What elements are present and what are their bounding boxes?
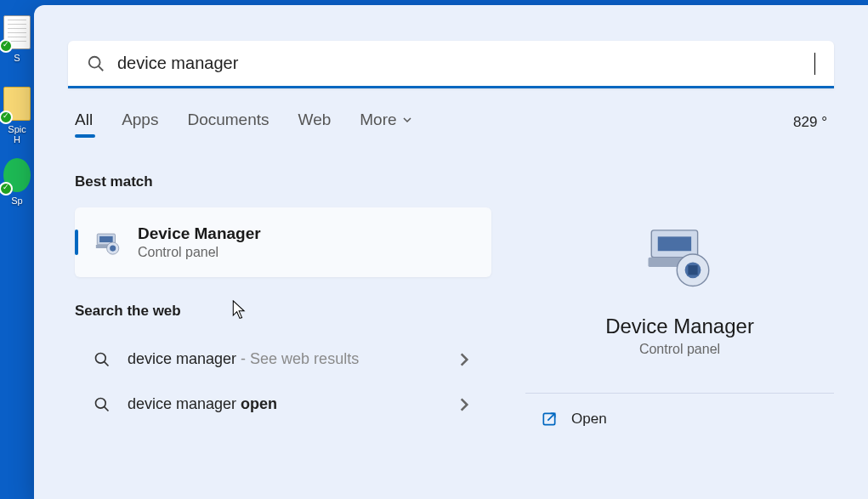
web-result[interactable]: device manager open (75, 382, 491, 427)
tab-web[interactable]: Web (298, 111, 332, 134)
search-icon (94, 396, 111, 413)
sync-badge-icon (0, 182, 13, 196)
open-external-icon (541, 411, 558, 428)
filter-tabs: All Apps Documents Web More 829 ° (34, 88, 868, 145)
svg-rect-12 (657, 236, 690, 251)
desktop-icon[interactable]: S (2, 15, 32, 66)
weather-widget[interactable]: 829 ° (793, 114, 827, 131)
desktop-icons: S Spic H Sp (0, 0, 34, 499)
search-input[interactable] (117, 54, 814, 73)
text-caret (814, 53, 815, 75)
search-panel: All Apps Documents Web More 829 ° Best m… (34, 5, 868, 499)
desktop-icon[interactable]: Sp (2, 158, 32, 209)
result-title: Device Manager (138, 224, 261, 243)
desktop-icon-label: Sp (2, 196, 32, 206)
svg-point-9 (96, 398, 106, 408)
best-match-result[interactable]: Device Manager Control panel (75, 207, 491, 277)
web-result-text: device manager - See web results (128, 350, 439, 368)
sync-badge-icon (0, 111, 13, 124)
device-manager-large-icon (642, 216, 718, 292)
svg-point-6 (110, 246, 116, 252)
preview-title: Device Manager (605, 315, 754, 338)
desktop-icon-label: S (2, 53, 32, 63)
search-bar[interactable] (68, 41, 834, 88)
divider (525, 393, 834, 394)
open-action[interactable]: Open (525, 397, 834, 441)
desktop-icon[interactable]: Spic H (2, 87, 32, 138)
desktop-icon-label: Spic H (2, 124, 32, 145)
results-column: Best match Device Manager Control panel … (75, 156, 491, 499)
svg-line-1 (99, 65, 103, 70)
search-web-header: Search the web (75, 303, 491, 320)
tab-more-label: More (360, 111, 396, 129)
svg-point-0 (89, 56, 100, 67)
tab-all[interactable]: All (75, 111, 93, 134)
sync-badge-icon (0, 39, 13, 53)
search-icon (94, 351, 111, 368)
action-label: Open (571, 411, 607, 428)
chevron-right-icon (456, 396, 473, 413)
device-manager-icon (94, 228, 122, 257)
tab-more[interactable]: More (360, 111, 411, 134)
svg-rect-16 (688, 265, 697, 275)
svg-line-10 (105, 406, 109, 411)
svg-rect-3 (99, 236, 113, 242)
tab-documents[interactable]: Documents (187, 111, 269, 134)
tab-apps[interactable]: Apps (122, 111, 158, 134)
web-result[interactable]: device manager - See web results (75, 337, 491, 382)
chevron-right-icon (456, 351, 473, 368)
search-icon (87, 54, 105, 73)
chevron-down-icon (402, 115, 412, 125)
svg-point-7 (96, 353, 106, 363)
web-result-text: device manager open (128, 395, 439, 413)
svg-line-8 (105, 361, 109, 366)
result-subtitle: Control panel (138, 245, 261, 260)
preview-column: Device Manager Control panel Open (525, 156, 868, 499)
best-match-header: Best match (75, 173, 491, 190)
preview-subtitle: Control panel (639, 342, 720, 357)
